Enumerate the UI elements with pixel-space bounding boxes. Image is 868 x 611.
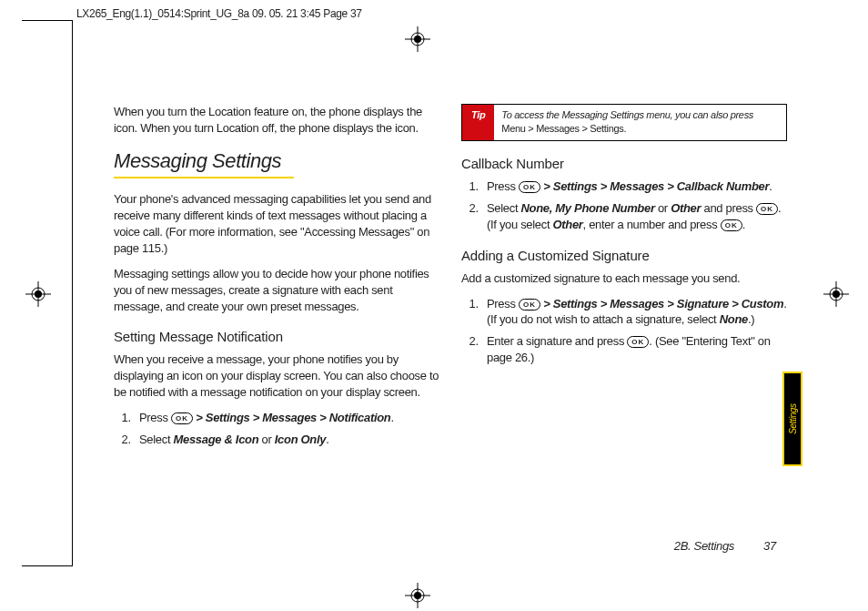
heading-callback-number: Callback Number xyxy=(461,156,787,171)
tip-body: To access the Messaging Settings menu, y… xyxy=(494,105,786,140)
crop-mark xyxy=(72,20,73,566)
steps-callback: Press OK > Settings > Messages > Callbac… xyxy=(461,178,787,233)
heading-signature: Adding a Customized Signature xyxy=(461,248,787,263)
section-tab-label: Settings xyxy=(788,403,798,434)
step: Select None, My Phone Number or Other an… xyxy=(481,200,787,233)
steps-signature: Press OK > Settings > Messages > Signatu… xyxy=(461,296,787,367)
heading-messaging-settings: Messaging Settings xyxy=(114,149,439,173)
footer-section: 2B. Settings xyxy=(674,539,734,553)
heading-message-notification: Setting Message Notification xyxy=(114,329,439,344)
page-footer: 2B. Settings 37 xyxy=(114,539,787,553)
crop-mark xyxy=(22,20,72,21)
crop-mark xyxy=(22,565,72,566)
tip-box: Tip To access the Messaging Settings men… xyxy=(461,104,787,141)
body-text: Messaging settings allow you to decide h… xyxy=(114,266,439,315)
ok-key-icon: OK xyxy=(519,181,540,193)
step: Press OK > Settings > Messages > Signatu… xyxy=(481,296,787,329)
step: Press OK > Settings > Messages > Notific… xyxy=(134,410,439,426)
registration-mark-icon xyxy=(405,26,430,52)
steps-notification: Press OK > Settings > Messages > Notific… xyxy=(114,410,439,448)
registration-mark-icon xyxy=(25,281,51,307)
location-intro: When you turn the Location feature on, t… xyxy=(114,104,439,137)
step: Select Message & Icon or Icon Only. xyxy=(134,432,439,448)
tip-label: Tip xyxy=(462,105,494,140)
registration-mark-icon xyxy=(823,281,849,307)
step: Press OK > Settings > Messages > Callbac… xyxy=(481,178,787,195)
slug-line: LX265_Eng(1.1)_0514:Sprint_UG_8a 09. 05.… xyxy=(76,7,362,20)
body-text: Add a customized signature to each messa… xyxy=(461,270,787,287)
registration-mark-icon xyxy=(405,583,430,608)
ok-key-icon: OK xyxy=(519,299,540,311)
page-body: When you turn the Location feature on, t… xyxy=(114,104,787,457)
ok-key-icon: OK xyxy=(627,336,649,348)
heading-rule xyxy=(114,177,294,178)
body-text: When you receive a message, your phone n… xyxy=(114,351,439,401)
ok-key-icon: OK xyxy=(721,219,742,231)
column-right: Tip To access the Messaging Settings men… xyxy=(461,104,787,457)
ok-key-icon: OK xyxy=(171,412,193,424)
column-left: When you turn the Location feature on, t… xyxy=(114,104,439,457)
step: Enter a signature and press OK. (See "En… xyxy=(481,333,787,366)
footer-page-number: 37 xyxy=(763,539,787,553)
ok-key-icon: OK xyxy=(756,203,778,215)
body-text: Your phone's advanced messaging capabili… xyxy=(114,191,439,257)
